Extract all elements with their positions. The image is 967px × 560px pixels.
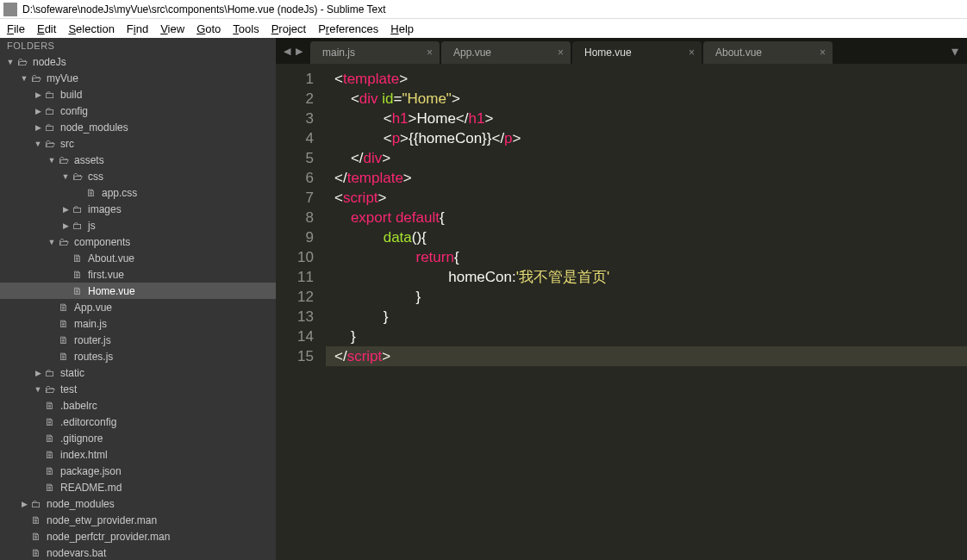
tree-item[interactable]: .gitignore <box>0 430 276 446</box>
code-area[interactable]: 123456789101112131415 <template> <div id… <box>276 64 967 560</box>
tab[interactable]: App.vue× <box>441 41 571 64</box>
tree-item[interactable]: About.vue <box>0 250 276 266</box>
code-line[interactable]: <template> <box>334 69 967 89</box>
code-line[interactable]: </template> <box>334 168 967 188</box>
tree-item[interactable]: ▶images <box>0 201 276 217</box>
code-line[interactable]: } <box>334 287 967 307</box>
tree-item[interactable]: node_etw_provider.man <box>0 512 276 528</box>
tree-item-label: index.html <box>60 449 108 461</box>
tab[interactable]: About.vue× <box>703 41 833 64</box>
close-icon[interactable]: × <box>689 47 695 59</box>
code-line[interactable]: </script> <box>326 346 967 366</box>
folder-icon <box>43 138 57 150</box>
tree-item-label: js <box>88 220 96 232</box>
menu-find[interactable]: Find <box>127 22 148 35</box>
code-line[interactable]: homeCon:'我不管是首页' <box>334 267 967 287</box>
tree-item[interactable]: node_perfctr_provider.man <box>0 528 276 544</box>
tree-item[interactable]: main.js <box>0 315 276 332</box>
menu-project[interactable]: Project <box>271 22 306 35</box>
tree-item[interactable]: ▼nodeJs <box>0 53 276 70</box>
code-line[interactable]: <p>{{homeCon}}</p> <box>334 128 967 148</box>
tree-item[interactable]: Home.vue <box>0 283 276 299</box>
tree-item[interactable]: .babelrc <box>0 397 276 414</box>
tree-item[interactable]: ▶config <box>0 103 276 119</box>
tree-arrow-icon[interactable]: ▼ <box>19 74 29 83</box>
tree-arrow-icon[interactable]: ▶ <box>33 107 43 115</box>
folder-icon <box>71 220 84 232</box>
tree-item[interactable]: App.vue <box>0 299 276 315</box>
tree-item-label: About.vue <box>88 252 134 264</box>
tree-arrow-icon[interactable]: ▼ <box>60 172 71 181</box>
tree-arrow-icon[interactable]: ▶ <box>33 90 43 99</box>
file-icon <box>57 351 71 363</box>
tree-item[interactable]: ▶node_modules <box>0 119 276 135</box>
tree-item[interactable]: ▼test <box>0 381 276 397</box>
tree-item[interactable]: package.json <box>0 463 276 479</box>
tree-arrow-icon[interactable]: ▶ <box>60 221 71 230</box>
menu-file[interactable]: File <box>7 22 25 35</box>
tree-item[interactable]: ▶node_modules <box>0 495 276 512</box>
tab-overflow-icon[interactable]: ▾ <box>943 43 967 59</box>
code-content[interactable]: <template> <div id="Home"> <h1>Home</h1>… <box>326 64 967 560</box>
menu-help[interactable]: Help <box>390 22 414 35</box>
code-line[interactable]: return{ <box>334 247 967 267</box>
tree-arrow-icon[interactable]: ▼ <box>5 58 16 66</box>
code-line[interactable]: <script> <box>334 188 967 208</box>
tree-item[interactable]: ▼assets <box>0 152 276 168</box>
close-icon[interactable]: × <box>820 47 826 59</box>
tree-item[interactable]: ▼css <box>0 168 276 184</box>
tree-item-label: nodeJs <box>33 56 66 68</box>
tree-item[interactable]: first.vue <box>0 266 276 283</box>
tab-bar: ◀ ▶ main.js×App.vue×Home.vue×About.vue× … <box>276 38 967 64</box>
menu-selection[interactable]: Selection <box>68 22 114 35</box>
menu-edit[interactable]: Edit <box>37 22 56 35</box>
code-line[interactable]: <h1>Home</h1> <box>334 109 967 128</box>
menu-goto[interactable]: Goto <box>197 22 221 35</box>
folder-icon <box>29 72 43 84</box>
menu-preferences[interactable]: Preferences <box>318 22 378 35</box>
tree-item[interactable]: README.md <box>0 479 276 495</box>
code-line[interactable]: </div> <box>334 148 967 168</box>
tree-item-label: node_modules <box>60 121 128 134</box>
code-line[interactable]: } <box>334 327 967 346</box>
tree-item[interactable]: ▶build <box>0 86 276 103</box>
code-line[interactable]: export default{ <box>334 208 967 227</box>
tree-arrow-icon[interactable]: ▼ <box>47 238 57 246</box>
tree-item[interactable]: nodevars.bat <box>0 544 276 560</box>
tree-item[interactable]: router.js <box>0 332 276 348</box>
code-line[interactable]: data(){ <box>334 227 967 247</box>
tree-item-label: node_modules <box>47 498 115 510</box>
tree-item[interactable]: index.html <box>0 446 276 463</box>
tree-item[interactable]: .editorconfig <box>0 414 276 430</box>
line-number: 14 <box>281 327 314 346</box>
tree-arrow-icon[interactable]: ▶ <box>19 500 29 508</box>
code-line[interactable]: } <box>334 307 967 327</box>
tree-item[interactable]: ▼myVue <box>0 70 276 86</box>
tree-item[interactable]: app.css <box>0 184 276 201</box>
line-number: 8 <box>281 208 314 227</box>
line-number: 11 <box>281 267 314 287</box>
tab-prev-icon[interactable]: ◀ <box>284 46 290 57</box>
tree-arrow-icon[interactable]: ▶ <box>33 123 43 132</box>
tab[interactable]: Home.vue× <box>572 41 702 64</box>
tree-item[interactable]: routes.js <box>0 348 276 364</box>
tree-item[interactable]: ▼components <box>0 233 276 250</box>
tab-next-icon[interactable]: ▶ <box>296 46 303 57</box>
tree-arrow-icon[interactable]: ▼ <box>33 385 43 394</box>
folder-tree[interactable]: ▼nodeJs▼myVue▶build▶config▶node_modules▼… <box>0 53 276 560</box>
tree-arrow-icon[interactable]: ▼ <box>33 140 43 148</box>
tree-arrow-icon[interactable]: ▶ <box>33 369 43 377</box>
tree-item-label: node_etw_provider.man <box>47 514 157 526</box>
code-line[interactable]: <div id="Home"> <box>334 89 967 109</box>
tree-item[interactable]: ▼src <box>0 135 276 152</box>
tree-item[interactable]: ▶static <box>0 364 276 381</box>
menu-view[interactable]: View <box>160 22 184 35</box>
close-icon[interactable]: × <box>427 47 433 59</box>
menu-tools[interactable]: Tools <box>233 22 259 35</box>
tree-item[interactable]: ▶js <box>0 217 276 233</box>
tree-arrow-icon[interactable]: ▼ <box>47 156 57 165</box>
tab[interactable]: main.js× <box>310 41 440 64</box>
close-icon[interactable]: × <box>558 47 564 59</box>
tree-arrow-icon[interactable]: ▶ <box>60 205 71 214</box>
line-number: 9 <box>281 227 314 247</box>
